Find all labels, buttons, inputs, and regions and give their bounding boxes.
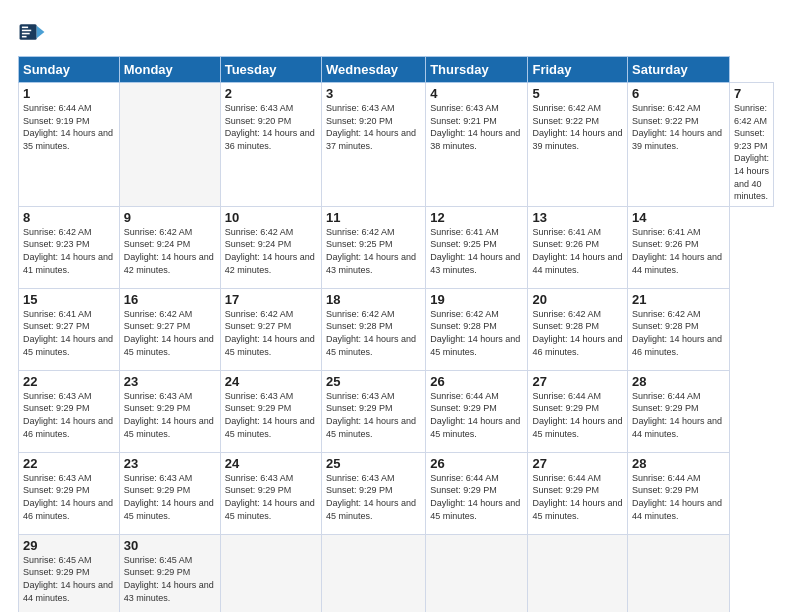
calendar-day-11: 11Sunrise: 6:42 AMSunset: 9:25 PMDayligh… [322, 206, 426, 288]
calendar-day-24: 24Sunrise: 6:43 AMSunset: 9:29 PMDayligh… [220, 370, 321, 452]
day-header-saturday: Saturday [628, 57, 730, 83]
calendar-day-4: 4Sunrise: 6:43 AMSunset: 9:21 PMDaylight… [426, 83, 528, 207]
calendar-day-14: 14Sunrise: 6:41 AMSunset: 9:26 PMDayligh… [628, 206, 730, 288]
day-header-monday: Monday [119, 57, 220, 83]
calendar-day-3: 3Sunrise: 6:43 AMSunset: 9:20 PMDaylight… [322, 83, 426, 207]
calendar-day-7: 7Sunrise: 6:42 AMSunset: 9:23 PMDaylight… [729, 83, 773, 207]
calendar-day-17: 17Sunrise: 6:42 AMSunset: 9:27 PMDayligh… [220, 288, 321, 370]
calendar-day-6: 6Sunrise: 6:42 AMSunset: 9:22 PMDaylight… [628, 83, 730, 207]
calendar-day-10: 10Sunrise: 6:42 AMSunset: 9:24 PMDayligh… [220, 206, 321, 288]
svg-rect-2 [22, 27, 28, 29]
calendar-day-empty-2 [220, 534, 321, 612]
calendar-day-27: 27Sunrise: 6:44 AMSunset: 9:29 PMDayligh… [528, 370, 628, 452]
day-header-friday: Friday [528, 57, 628, 83]
calendar-day-28: 28Sunrise: 6:44 AMSunset: 9:29 PMDayligh… [628, 452, 730, 534]
calendar-day-26: 26Sunrise: 6:44 AMSunset: 9:29 PMDayligh… [426, 452, 528, 534]
calendar-day-empty-0 [119, 83, 220, 207]
calendar-day-8: 8Sunrise: 6:42 AMSunset: 9:23 PMDaylight… [19, 206, 120, 288]
calendar-day-29: 29Sunrise: 6:45 AMSunset: 9:29 PMDayligh… [19, 534, 120, 612]
calendar-day-20: 20Sunrise: 6:42 AMSunset: 9:28 PMDayligh… [528, 288, 628, 370]
calendar-day-22: 22Sunrise: 6:43 AMSunset: 9:29 PMDayligh… [19, 370, 120, 452]
header [18, 18, 774, 46]
calendar-day-empty-4 [426, 534, 528, 612]
calendar-day-empty-3 [322, 534, 426, 612]
calendar-week-5: 29Sunrise: 6:45 AMSunset: 9:29 PMDayligh… [19, 534, 774, 612]
svg-rect-3 [22, 30, 31, 32]
day-header-sunday: Sunday [19, 57, 120, 83]
calendar-day-23: 23Sunrise: 6:43 AMSunset: 9:29 PMDayligh… [119, 452, 220, 534]
calendar-day-22: 22Sunrise: 6:43 AMSunset: 9:29 PMDayligh… [19, 452, 120, 534]
calendar-day-15: 15Sunrise: 6:41 AMSunset: 9:27 PMDayligh… [19, 288, 120, 370]
calendar-day-empty-5 [528, 534, 628, 612]
svg-marker-1 [37, 26, 45, 38]
calendar-week-3: 22Sunrise: 6:43 AMSunset: 9:29 PMDayligh… [19, 370, 774, 452]
logo-icon [18, 18, 46, 46]
calendar-table: SundayMondayTuesdayWednesdayThursdayFrid… [18, 56, 774, 612]
calendar-day-26: 26Sunrise: 6:44 AMSunset: 9:29 PMDayligh… [426, 370, 528, 452]
calendar-day-19: 19Sunrise: 6:42 AMSunset: 9:28 PMDayligh… [426, 288, 528, 370]
calendar-day-empty-6 [628, 534, 730, 612]
calendar-day-12: 12Sunrise: 6:41 AMSunset: 9:25 PMDayligh… [426, 206, 528, 288]
day-header-tuesday: Tuesday [220, 57, 321, 83]
svg-rect-5 [22, 36, 27, 38]
calendar-day-5: 5Sunrise: 6:42 AMSunset: 9:22 PMDaylight… [528, 83, 628, 207]
calendar-day-25: 25Sunrise: 6:43 AMSunset: 9:29 PMDayligh… [322, 370, 426, 452]
calendar-week-4: 22Sunrise: 6:43 AMSunset: 9:29 PMDayligh… [19, 452, 774, 534]
calendar-day-13: 13Sunrise: 6:41 AMSunset: 9:26 PMDayligh… [528, 206, 628, 288]
calendar-day-2: 2Sunrise: 6:43 AMSunset: 9:20 PMDaylight… [220, 83, 321, 207]
calendar-day-25: 25Sunrise: 6:43 AMSunset: 9:29 PMDayligh… [322, 452, 426, 534]
calendar-week-0: 1Sunrise: 6:44 AMSunset: 9:19 PMDaylight… [19, 83, 774, 207]
calendar-day-28: 28Sunrise: 6:44 AMSunset: 9:29 PMDayligh… [628, 370, 730, 452]
day-header-wednesday: Wednesday [322, 57, 426, 83]
calendar-week-2: 15Sunrise: 6:41 AMSunset: 9:27 PMDayligh… [19, 288, 774, 370]
calendar-day-23: 23Sunrise: 6:43 AMSunset: 9:29 PMDayligh… [119, 370, 220, 452]
calendar-day-24: 24Sunrise: 6:43 AMSunset: 9:29 PMDayligh… [220, 452, 321, 534]
calendar-day-9: 9Sunrise: 6:42 AMSunset: 9:24 PMDaylight… [119, 206, 220, 288]
calendar-day-16: 16Sunrise: 6:42 AMSunset: 9:27 PMDayligh… [119, 288, 220, 370]
calendar-day-18: 18Sunrise: 6:42 AMSunset: 9:28 PMDayligh… [322, 288, 426, 370]
calendar-week-1: 8Sunrise: 6:42 AMSunset: 9:23 PMDaylight… [19, 206, 774, 288]
calendar-day-30: 30Sunrise: 6:45 AMSunset: 9:29 PMDayligh… [119, 534, 220, 612]
logo [18, 18, 50, 46]
calendar-day-1: 1Sunrise: 6:44 AMSunset: 9:19 PMDaylight… [19, 83, 120, 207]
svg-rect-4 [22, 33, 30, 35]
day-header-thursday: Thursday [426, 57, 528, 83]
calendar-day-21: 21Sunrise: 6:42 AMSunset: 9:28 PMDayligh… [628, 288, 730, 370]
calendar-day-27: 27Sunrise: 6:44 AMSunset: 9:29 PMDayligh… [528, 452, 628, 534]
